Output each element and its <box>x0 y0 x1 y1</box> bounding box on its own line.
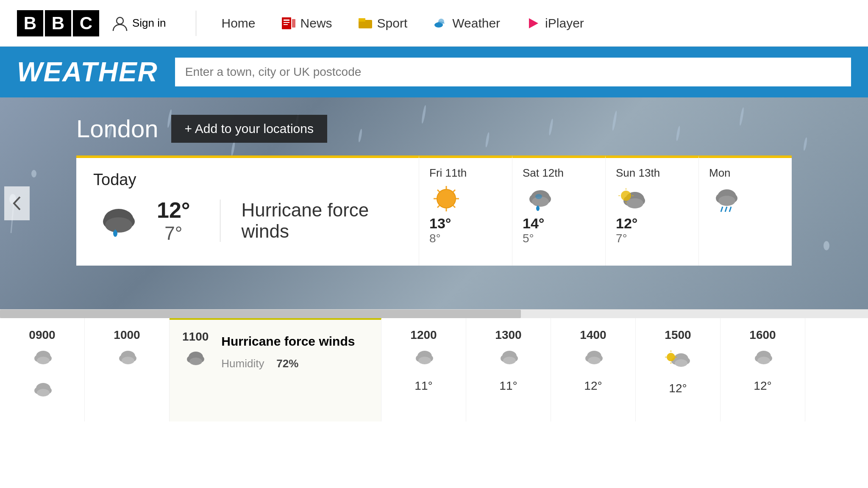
add-location-button[interactable]: + Add to your locations <box>171 115 327 143</box>
hour-1300-temp: 11° <box>475 379 542 393</box>
svg-rect-2 <box>292 19 295 28</box>
svg-point-86 <box>189 358 202 365</box>
hour-0900-icon <box>8 347 76 375</box>
active-condition: Hurricane force winds <box>221 334 355 349</box>
svg-line-69 <box>725 207 727 212</box>
hour-1200[interactable]: 1200 11° <box>381 318 466 421</box>
forecast-row: Today <box>76 155 792 266</box>
location-search-input[interactable] <box>175 58 851 86</box>
nav-weather[interactable]: Weather <box>420 6 513 40</box>
hour-1500-icon <box>644 347 712 377</box>
hourly-row: 0900 1000 <box>0 318 868 421</box>
hour-1300[interactable]: 1300 11° <box>466 318 551 421</box>
forecast-sat[interactable]: Sat 12th <box>512 155 605 266</box>
svg-point-39 <box>437 189 456 208</box>
svg-line-45 <box>453 205 455 208</box>
hour-1200-label: 1200 <box>390 328 457 342</box>
svg-point-82 <box>122 357 134 364</box>
hour-1300-label: 1300 <box>475 328 542 342</box>
svg-point-9 <box>434 22 443 28</box>
hour-1400-icon <box>559 347 627 375</box>
prev-arrow[interactable] <box>4 186 30 220</box>
hour-1500-label: 1500 <box>644 328 712 342</box>
person-icon <box>112 15 128 31</box>
location-row: London + Add to your locations <box>76 114 792 143</box>
bbc-letter-b1: B <box>17 10 43 36</box>
today-condition: Hurricane force winds <box>242 200 402 242</box>
bbc-logo: B B C <box>17 10 99 36</box>
hour-1000-label: 1000 <box>93 328 161 342</box>
nav-home[interactable]: Home <box>209 6 268 40</box>
hour-1300-icon <box>475 347 542 375</box>
hour-0900-label: 0900 <box>8 328 76 342</box>
nav-news[interactable]: News <box>268 6 345 40</box>
today-card: Today <box>76 155 419 266</box>
today-label: Today <box>93 171 402 189</box>
hour-1600-temp: 12° <box>729 379 796 393</box>
mon-icon <box>709 184 743 215</box>
future-cards: Fri 11th <box>419 155 792 266</box>
forecast-mon[interactable]: Mon <box>698 155 792 266</box>
nav-iplayer[interactable]: iPlayer <box>513 6 597 40</box>
header-divider <box>196 11 196 36</box>
today-weather-icon <box>93 199 144 243</box>
hour-1200-temp: 11° <box>390 379 457 393</box>
location-name: London <box>76 114 159 143</box>
main-nav: Home News Sport Weat <box>209 6 851 40</box>
svg-point-52 <box>535 194 542 199</box>
weather-title: WEATHER <box>17 56 158 88</box>
svg-point-90 <box>418 357 431 364</box>
forecast-fri[interactable]: Fri 11th <box>419 155 512 266</box>
humidity-value: 72% <box>276 357 298 370</box>
news-icon <box>281 16 296 31</box>
fri-temps: 13° 8° <box>429 215 451 245</box>
hour-0900[interactable]: 0900 <box>0 318 85 421</box>
hero-content: London + Add to your locations Today <box>0 97 868 266</box>
svg-line-68 <box>721 207 723 212</box>
sign-in-button[interactable]: Sign in <box>112 15 166 31</box>
hour-1500[interactable]: 1500 12° <box>636 318 721 421</box>
svg-line-70 <box>729 207 731 212</box>
mon-label: Mon <box>709 166 731 180</box>
bbc-letter-c: C <box>73 10 99 36</box>
hour-1100-label: 1100 <box>182 330 209 344</box>
nav-sport[interactable]: Sport <box>345 6 420 40</box>
hour-1400-temp: 12° <box>559 379 627 393</box>
svg-rect-4 <box>284 22 289 23</box>
chevron-left-icon <box>11 195 23 212</box>
weather-nav-icon <box>433 16 448 31</box>
hour-1100-active[interactable]: 1100 Hurricane force winds Humidity <box>170 318 381 421</box>
add-location-label: + Add to your locations <box>185 122 314 136</box>
scroll-indicator <box>0 310 521 318</box>
svg-point-59 <box>621 191 631 201</box>
temp-divider <box>220 200 220 242</box>
svg-point-94 <box>503 357 516 364</box>
hour-1000-icon <box>93 347 161 375</box>
scroll-bar[interactable] <box>0 310 868 318</box>
fri-icon <box>429 184 463 215</box>
hour-1000[interactable]: 1000 <box>85 318 170 421</box>
svg-point-78 <box>37 389 50 396</box>
svg-rect-5 <box>284 24 288 25</box>
svg-point-111 <box>757 357 770 364</box>
svg-point-0 <box>117 17 123 24</box>
svg-point-74 <box>37 357 50 364</box>
svg-point-67 <box>718 196 735 206</box>
hour-1400-label: 1400 <box>559 328 627 342</box>
svg-line-44 <box>437 190 440 192</box>
svg-point-98 <box>588 357 601 364</box>
hour-1600-label: 1600 <box>729 328 796 342</box>
forecast-sun[interactable]: Sun 13th <box>605 155 698 266</box>
hour-1400[interactable]: 1400 12° <box>551 318 636 421</box>
humidity-label: Humidity <box>221 357 264 370</box>
hourly-section: 0900 1000 <box>0 309 868 421</box>
svg-line-47 <box>437 205 440 208</box>
hour-1600[interactable]: 1600 12° <box>721 318 805 421</box>
svg-point-36 <box>105 217 132 233</box>
bbc-letter-b2: B <box>45 10 71 36</box>
header: B B C Sign in Home News <box>0 0 868 47</box>
fri-label: Fri 11th <box>429 166 467 180</box>
sun-temps: 12° 7° <box>616 215 637 245</box>
hero-section: London + Add to your locations Today <box>0 97 868 309</box>
svg-rect-7 <box>359 18 365 22</box>
